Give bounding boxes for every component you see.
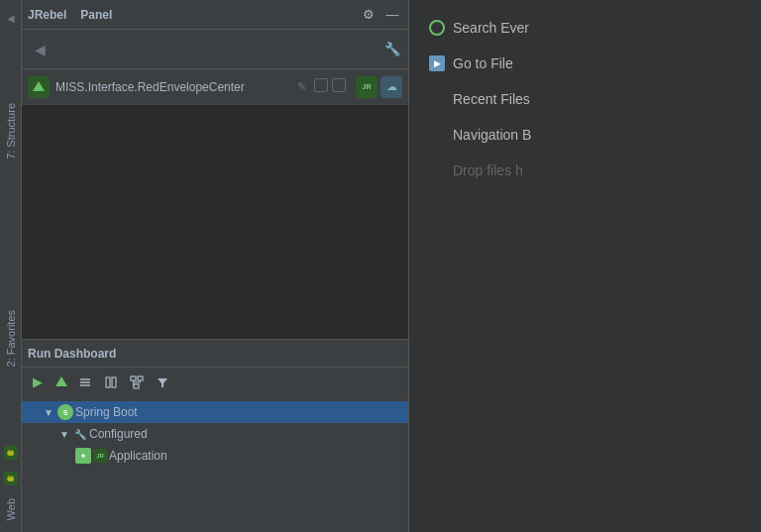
checkbox-2[interactable] — [332, 78, 346, 92]
wrench-button[interactable]: 🔧 — [382, 40, 402, 59]
svg-rect-8 — [138, 376, 143, 380]
drop-files-item: Drop files h — [409, 153, 761, 188]
jr-cloud-icons: JR ☁ — [356, 76, 402, 98]
left-sidebar: ◀ 7: Structure 2: Favorites 🐸 🐸 Web — [0, 0, 22, 532]
run-dashboard-header: Run Dashboard — [22, 340, 408, 368]
go-to-file-item[interactable]: ▶ Go to File — [409, 46, 761, 81]
tree-arrow-spring: ▼ — [44, 407, 55, 418]
run-play-button[interactable]: ▶ — [28, 372, 48, 392]
search-everywhere-item[interactable]: Search Ever — [409, 10, 761, 46]
toolbar-left: JRebel Panel — [28, 8, 112, 22]
wrench-small-icon: 🔧 — [73, 427, 87, 441]
go-to-file-icon: ▶ — [429, 55, 445, 71]
edit-icon[interactable]: ✎ — [292, 78, 310, 96]
top-toolbar: JRebel Panel ⚙ — — [22, 0, 408, 30]
jr-badge: JR — [356, 76, 378, 98]
go-to-file-text: Go to File — [453, 55, 513, 71]
tree-arrow-configured: ▼ — [59, 429, 71, 440]
search-everywhere-icon — [429, 20, 445, 36]
recent-files-text: Recent Files — [453, 91, 530, 107]
run-filter-button[interactable] — [153, 372, 172, 392]
cloud-badge: ☁ — [380, 76, 402, 98]
svg-rect-9 — [134, 384, 139, 388]
tree-item-spring-boot[interactable]: ▼ S Spring Boot — [22, 401, 408, 423]
sidebar-icon-2[interactable]: 🐸 — [1, 469, 21, 488]
run-list-button[interactable] — [75, 372, 95, 392]
jrebel-small-icon — [54, 374, 69, 390]
recent-files-item[interactable]: Recent Files — [409, 81, 761, 117]
toolbar-right: ⚙ — — [359, 5, 402, 25]
jr-app-badge: JR — [93, 449, 107, 463]
run-tree-button[interactable] — [127, 372, 147, 392]
search-menu: Search Ever ▶ Go to File Recent Files Na… — [409, 0, 761, 198]
tree-item-application[interactable]: JR Application — [22, 445, 408, 467]
main-panel: JRebel Panel ⚙ — ◀ 🔧 MISS.Interface.RedE — [22, 0, 408, 532]
jrebel-tab[interactable]: JRebel — [28, 8, 66, 22]
svg-rect-7 — [131, 376, 136, 380]
file-icons: ✎ — [292, 78, 346, 96]
right-panel: Search Ever ▶ Go to File Recent Files Na… — [408, 0, 761, 532]
minimize-button[interactable]: — — [382, 5, 402, 25]
run-toolbar: ▶ — [22, 368, 408, 397]
spring-boot-label: Spring Boot — [75, 405, 138, 419]
svg-rect-5 — [106, 377, 110, 387]
sidebar-bottom-icons: 🐸 🐸 Web — [1, 443, 21, 532]
navigation-bar-item[interactable]: Navigation B — [409, 117, 761, 153]
panel-tab[interactable]: Panel — [80, 8, 112, 22]
recent-files-icon — [429, 91, 445, 107]
sidebar-item-web[interactable]: Web — [5, 494, 17, 524]
svg-marker-0 — [33, 81, 45, 91]
svg-rect-6 — [112, 377, 116, 387]
tree-area: ▼ S Spring Boot ▼ 🔧 Configured — [22, 397, 408, 532]
tree-item-configured[interactable]: ▼ 🔧 Configured — [22, 423, 408, 445]
svg-marker-13 — [158, 378, 167, 387]
jrebel-logo — [28, 76, 50, 98]
run-dashboard: Run Dashboard ▶ — [22, 339, 408, 532]
run-dashboard-title: Run Dashboard — [28, 347, 116, 361]
content-area — [22, 105, 408, 339]
spring-boot-icon: S — [57, 404, 73, 420]
sidebar-item-favorites[interactable]: 2: Favorites — [5, 235, 17, 442]
sidebar-icon-1[interactable]: 🐸 — [1, 443, 21, 463]
search-everywhere-text: Search Ever — [453, 20, 529, 36]
file-name: MISS.Interface.RedEnvelopeCenter — [55, 80, 286, 94]
navigation-bar-text: Navigation B — [453, 127, 531, 143]
application-icon — [75, 448, 91, 464]
file-area: MISS.Interface.RedEnvelopeCenter ✎ JR ☁ — [22, 69, 408, 105]
back-button[interactable]: ◀ — [28, 38, 52, 61]
settings-button[interactable]: ⚙ — [359, 5, 379, 25]
svg-marker-1 — [55, 376, 67, 386]
back-area: ◀ 🔧 — [22, 30, 408, 69]
sidebar-top-icon[interactable]: ◀ — [1, 8, 21, 28]
sidebar-item-structure[interactable]: 7: Structure — [5, 28, 17, 235]
configured-label: Configured — [89, 427, 148, 441]
application-label: Application — [109, 449, 167, 463]
drop-files-text: Drop files h — [453, 162, 523, 178]
drop-files-icon — [429, 162, 445, 178]
run-split-button[interactable] — [101, 372, 121, 392]
svg-text:S: S — [63, 409, 68, 416]
navigation-bar-icon — [429, 127, 445, 143]
checkbox-1[interactable] — [314, 78, 328, 92]
